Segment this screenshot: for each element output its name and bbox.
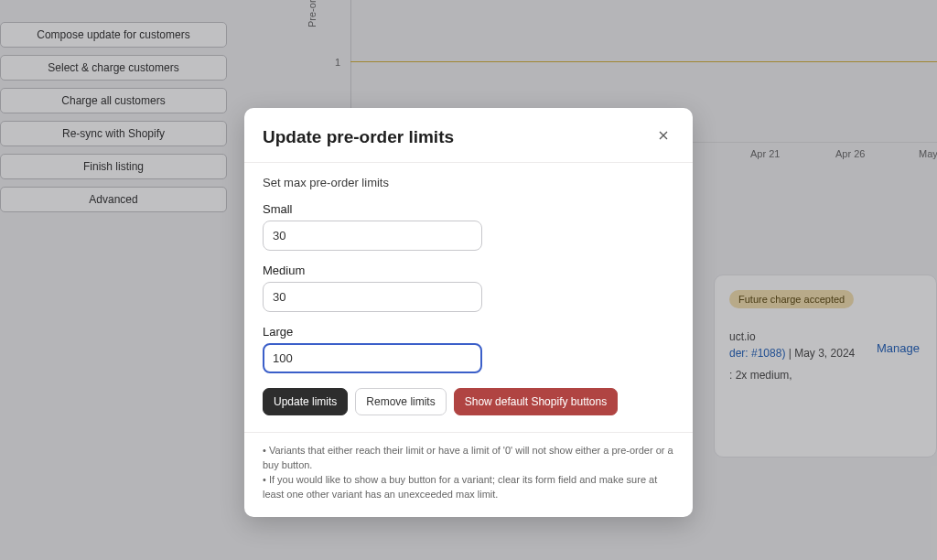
section-label: Set max pre-order limits bbox=[263, 176, 674, 189]
modal-button-row: Update limits Remove limits Show default… bbox=[263, 388, 674, 415]
remove-limits-button[interactable]: Remove limits bbox=[355, 388, 446, 415]
footer-note-1: • Variants that either reach their limit… bbox=[263, 444, 674, 473]
input-medium[interactable] bbox=[263, 282, 482, 312]
label-medium: Medium bbox=[263, 264, 674, 277]
label-small: Small bbox=[263, 202, 674, 216]
modal-body: Set max pre-order limits Small Medium La… bbox=[244, 163, 693, 432]
close-button[interactable] bbox=[652, 124, 674, 149]
show-default-shopify-button[interactable]: Show default Shopify buttons bbox=[454, 388, 618, 415]
modal-overlay: Update pre-order limits Set max pre-orde… bbox=[0, 0, 937, 560]
footer-note-2: • If you would like to show a buy button… bbox=[263, 473, 674, 502]
field-large: Large bbox=[263, 325, 674, 373]
modal-header: Update pre-order limits bbox=[244, 108, 693, 163]
close-icon bbox=[656, 128, 671, 143]
update-limits-button[interactable]: Update limits bbox=[263, 388, 348, 415]
modal-footer: • Variants that either reach their limit… bbox=[244, 432, 693, 517]
label-large: Large bbox=[263, 325, 674, 339]
input-small[interactable] bbox=[263, 221, 482, 251]
modal-title: Update pre-order limits bbox=[263, 127, 454, 147]
field-medium: Medium bbox=[263, 264, 674, 312]
field-small: Small bbox=[263, 202, 674, 251]
input-large[interactable] bbox=[263, 343, 482, 373]
update-preorder-limits-modal: Update pre-order limits Set max pre-orde… bbox=[244, 108, 693, 517]
